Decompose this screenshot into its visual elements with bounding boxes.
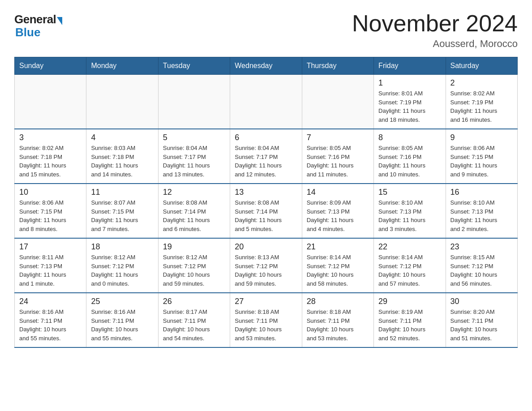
day-info: Sunrise: 8:13 AMSunset: 7:12 PMDaylight:…	[235, 254, 282, 287]
day-number: 19	[163, 242, 225, 252]
day-number: 28	[307, 297, 369, 306]
day-number: 8	[378, 133, 441, 142]
day-info: Sunrise: 8:06 AMSunset: 7:15 PMDaylight:…	[450, 145, 498, 178]
day-number: 12	[163, 188, 225, 197]
logo-arrow-icon	[57, 17, 62, 25]
table-row: 15Sunrise: 8:10 AMSunset: 7:13 PMDayligh…	[374, 184, 446, 238]
day-info: Sunrise: 8:12 AMSunset: 7:12 PMDaylight:…	[91, 254, 138, 287]
col-tuesday: Tuesday	[158, 57, 230, 75]
day-info: Sunrise: 8:02 AMSunset: 7:19 PMDaylight:…	[450, 90, 498, 123]
table-row: 24Sunrise: 8:16 AMSunset: 7:11 PMDayligh…	[15, 293, 86, 347]
day-number: 6	[235, 133, 297, 142]
table-row: 4Sunrise: 8:03 AMSunset: 7:18 PMDaylight…	[86, 129, 158, 184]
calendar-week-row: 17Sunrise: 8:11 AMSunset: 7:13 PMDayligh…	[15, 238, 518, 293]
table-row: 20Sunrise: 8:13 AMSunset: 7:12 PMDayligh…	[230, 238, 302, 293]
day-number: 21	[307, 242, 369, 252]
table-row	[302, 75, 373, 129]
day-number: 17	[19, 242, 82, 252]
day-number: 13	[235, 188, 297, 197]
day-info: Sunrise: 8:12 AMSunset: 7:12 PMDaylight:…	[163, 254, 210, 287]
col-wednesday: Wednesday	[230, 57, 302, 75]
day-info: Sunrise: 8:01 AMSunset: 7:19 PMDaylight:…	[378, 90, 425, 123]
day-info: Sunrise: 8:08 AMSunset: 7:14 PMDaylight:…	[235, 199, 282, 232]
table-row: 28Sunrise: 8:18 AMSunset: 7:11 PMDayligh…	[302, 293, 373, 347]
table-row: 29Sunrise: 8:19 AMSunset: 7:11 PMDayligh…	[374, 293, 446, 347]
day-info: Sunrise: 8:15 AMSunset: 7:12 PMDaylight:…	[450, 254, 498, 287]
day-info: Sunrise: 8:05 AMSunset: 7:16 PMDaylight:…	[307, 145, 354, 178]
day-number: 4	[91, 133, 153, 142]
day-number: 18	[91, 242, 153, 252]
table-row	[158, 75, 230, 129]
day-number: 14	[307, 188, 369, 197]
table-row: 3Sunrise: 8:02 AMSunset: 7:18 PMDaylight…	[15, 129, 86, 184]
table-row: 7Sunrise: 8:05 AMSunset: 7:16 PMDaylight…	[302, 129, 373, 184]
day-number: 7	[307, 133, 369, 142]
day-number: 3	[19, 133, 82, 142]
table-row: 1Sunrise: 8:01 AMSunset: 7:19 PMDaylight…	[374, 75, 446, 129]
day-number: 24	[19, 297, 82, 306]
logo-blue-text: Blue	[15, 26, 40, 39]
day-info: Sunrise: 8:16 AMSunset: 7:11 PMDaylight:…	[91, 308, 138, 342]
table-row: 16Sunrise: 8:10 AMSunset: 7:13 PMDayligh…	[446, 184, 517, 238]
table-row: 13Sunrise: 8:08 AMSunset: 7:14 PMDayligh…	[230, 184, 302, 238]
calendar-week-row: 24Sunrise: 8:16 AMSunset: 7:11 PMDayligh…	[15, 293, 518, 347]
page-header: General Blue November 2024 Aousserd, Mor…	[14, 11, 518, 50]
table-row: 18Sunrise: 8:12 AMSunset: 7:12 PMDayligh…	[86, 238, 158, 293]
calendar-location: Aousserd, Morocco	[352, 38, 518, 50]
day-number: 10	[19, 188, 82, 197]
table-row: 14Sunrise: 8:09 AMSunset: 7:13 PMDayligh…	[302, 184, 373, 238]
day-number: 26	[163, 297, 225, 306]
day-number: 20	[235, 242, 297, 252]
table-row: 2Sunrise: 8:02 AMSunset: 7:19 PMDaylight…	[446, 75, 517, 129]
day-number: 2	[450, 78, 513, 88]
table-row: 9Sunrise: 8:06 AMSunset: 7:15 PMDaylight…	[446, 129, 517, 184]
day-info: Sunrise: 8:02 AMSunset: 7:18 PMDaylight:…	[19, 145, 66, 178]
table-row: 5Sunrise: 8:04 AMSunset: 7:17 PMDaylight…	[158, 129, 230, 184]
table-row: 8Sunrise: 8:05 AMSunset: 7:16 PMDaylight…	[374, 129, 446, 184]
calendar-week-row: 1Sunrise: 8:01 AMSunset: 7:19 PMDaylight…	[15, 75, 518, 129]
col-friday: Friday	[374, 57, 446, 75]
table-row: 19Sunrise: 8:12 AMSunset: 7:12 PMDayligh…	[158, 238, 230, 293]
day-number: 11	[91, 188, 153, 197]
calendar-week-row: 3Sunrise: 8:02 AMSunset: 7:18 PMDaylight…	[15, 129, 518, 184]
table-row	[230, 75, 302, 129]
day-info: Sunrise: 8:19 AMSunset: 7:11 PMDaylight:…	[378, 308, 425, 342]
day-info: Sunrise: 8:09 AMSunset: 7:13 PMDaylight:…	[307, 199, 354, 232]
calendar-header-row: Sunday Monday Tuesday Wednesday Thursday…	[15, 57, 518, 75]
logo: General Blue	[14, 13, 62, 39]
day-info: Sunrise: 8:06 AMSunset: 7:15 PMDaylight:…	[19, 199, 66, 232]
col-thursday: Thursday	[302, 57, 373, 75]
table-row: 25Sunrise: 8:16 AMSunset: 7:11 PMDayligh…	[86, 293, 158, 347]
day-info: Sunrise: 8:08 AMSunset: 7:14 PMDaylight:…	[163, 199, 210, 232]
table-row	[15, 75, 86, 129]
day-number: 29	[378, 297, 441, 306]
day-info: Sunrise: 8:04 AMSunset: 7:17 PMDaylight:…	[235, 145, 282, 178]
table-row: 6Sunrise: 8:04 AMSunset: 7:17 PMDaylight…	[230, 129, 302, 184]
table-row: 17Sunrise: 8:11 AMSunset: 7:13 PMDayligh…	[15, 238, 86, 293]
calendar-week-row: 10Sunrise: 8:06 AMSunset: 7:15 PMDayligh…	[15, 184, 518, 238]
day-info: Sunrise: 8:14 AMSunset: 7:12 PMDaylight:…	[378, 254, 425, 287]
day-info: Sunrise: 8:04 AMSunset: 7:17 PMDaylight:…	[163, 145, 210, 178]
table-row	[86, 75, 158, 129]
table-row: 30Sunrise: 8:20 AMSunset: 7:11 PMDayligh…	[446, 293, 517, 347]
day-number: 27	[235, 297, 297, 306]
day-info: Sunrise: 8:10 AMSunset: 7:13 PMDaylight:…	[450, 199, 498, 232]
day-info: Sunrise: 8:14 AMSunset: 7:12 PMDaylight:…	[307, 254, 354, 287]
day-info: Sunrise: 8:03 AMSunset: 7:18 PMDaylight:…	[91, 145, 138, 178]
table-row: 21Sunrise: 8:14 AMSunset: 7:12 PMDayligh…	[302, 238, 373, 293]
col-saturday: Saturday	[446, 57, 517, 75]
day-number: 22	[378, 242, 441, 252]
table-row: 23Sunrise: 8:15 AMSunset: 7:12 PMDayligh…	[446, 238, 517, 293]
table-row: 11Sunrise: 8:07 AMSunset: 7:15 PMDayligh…	[86, 184, 158, 238]
table-row: 10Sunrise: 8:06 AMSunset: 7:15 PMDayligh…	[15, 184, 86, 238]
day-number: 15	[378, 188, 441, 197]
day-number: 1	[378, 78, 441, 88]
day-number: 5	[163, 133, 225, 142]
table-row: 12Sunrise: 8:08 AMSunset: 7:14 PMDayligh…	[158, 184, 230, 238]
day-number: 30	[450, 297, 513, 306]
col-monday: Monday	[86, 57, 158, 75]
day-info: Sunrise: 8:10 AMSunset: 7:13 PMDaylight:…	[378, 199, 425, 232]
day-info: Sunrise: 8:16 AMSunset: 7:11 PMDaylight:…	[19, 308, 66, 342]
title-block: November 2024 Aousserd, Morocco	[352, 11, 518, 50]
day-info: Sunrise: 8:07 AMSunset: 7:15 PMDaylight:…	[91, 199, 138, 232]
